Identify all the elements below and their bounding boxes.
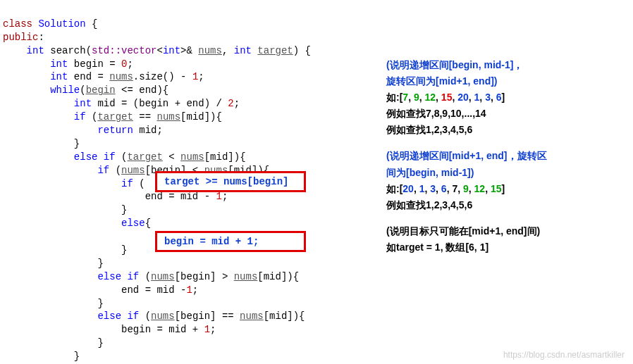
annotation-block-1: (说明递增区间[begin, mid-1]， 旋转区间为[mid+1, end]…: [386, 57, 630, 138]
anno1-line1: (说明递增区间[begin, mid-1]，: [386, 57, 630, 73]
kw-while: while: [50, 84, 80, 96]
annotation-block-3: (说明目标只可能在[mid+1, end]间) 如target = 1, 数组[…: [386, 223, 630, 256]
return-type: int: [27, 45, 44, 56]
annotation-block-2: (说明递增区间[mid+1, end]，旋转区 间为[begin, mid-1]…: [386, 148, 630, 213]
anno2-example1: 例如查找1,2,3,4,5,6: [386, 197, 630, 213]
anno1-array: 如:[7, 9, 12, 15, 20, 1, 3, 6]: [386, 89, 630, 106]
anno3-line2: 如target = 1, 数组[6, 1]: [386, 239, 630, 256]
anno2-array: 如:[20, 1, 3, 6, 7, 9, 12, 15]: [386, 181, 630, 197]
anno1-example2: 例如查找1,2,3,4,5,6: [386, 122, 630, 138]
kw-public: public: [3, 32, 38, 43]
kw-class: class: [3, 18, 32, 30]
anno3-line1: (说明目标只可能在[mid+1, end]间): [386, 223, 630, 239]
anno2-line1: (说明递增区间[mid+1, end]，旋转区: [386, 148, 630, 164]
page-root: class Solution { public: int search(std:…: [0, 0, 633, 364]
highlight-text-1: target >= nums[begin]: [164, 175, 288, 189]
code-block: class Solution { public: int search(std:…: [3, 4, 383, 360]
annotation-panel: (说明递增区间[begin, mid-1]， 旋转区间为[mid+1, end]…: [383, 4, 630, 360]
param-nums: nums: [198, 45, 222, 56]
param-target: target: [257, 45, 293, 56]
anno2-line2: 间为[begin, mid-1]): [386, 165, 630, 181]
highlight-text-2: begin = mid + 1;: [164, 235, 259, 249]
anno1-line2: 旋转区间为[mid+1, end]): [386, 73, 630, 89]
class-name: Solution: [38, 18, 85, 30]
highlight-box-statement: begin = mid + 1;: [155, 231, 306, 252]
anno1-example1: 例如查找7,8,9,10,...,14: [386, 106, 630, 122]
std-vector: std::vector: [92, 45, 156, 56]
highlight-box-condition: target >= nums[begin]: [155, 171, 306, 192]
